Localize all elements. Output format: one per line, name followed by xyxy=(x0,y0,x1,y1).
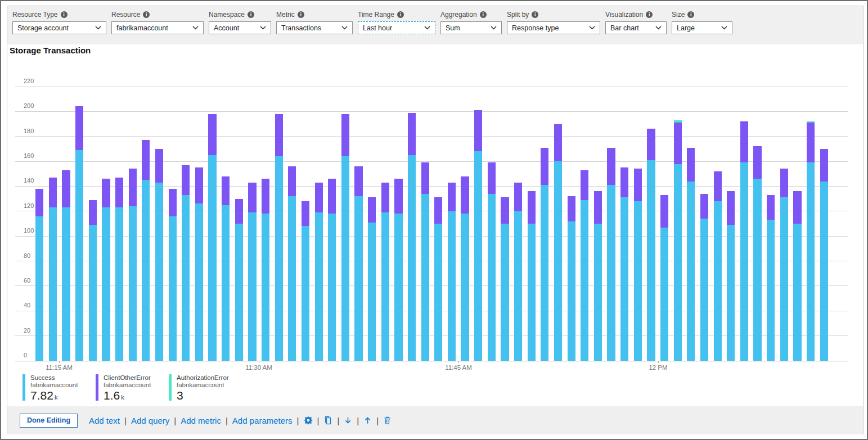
edit-action-bar: Done Editing Add text|Add query|Add metr… xyxy=(7,406,863,434)
chevron-down-icon xyxy=(424,26,430,30)
done-editing-button[interactable]: Done Editing xyxy=(20,414,78,428)
namespace-dropdown[interactable]: Account xyxy=(209,21,271,34)
dropdown-value: Storage account xyxy=(17,24,69,32)
separator: | xyxy=(226,416,228,425)
separator: | xyxy=(376,416,379,425)
legend-total-value: 3 xyxy=(177,389,229,402)
field-label: Metrici xyxy=(276,10,353,20)
chevron-down-icon xyxy=(260,26,266,30)
chevron-down-icon xyxy=(192,26,199,30)
legend-resource-name: fabrikamaccount xyxy=(30,382,78,389)
chevron-down-icon xyxy=(341,26,348,30)
move-up-icon[interactable] xyxy=(363,416,372,425)
field-metric: MetriciTransactions xyxy=(276,10,353,34)
field-resource-type: Resource TypeiStorage account xyxy=(12,10,106,34)
widget-frame xyxy=(7,6,863,434)
metric-toolbar: Resource TypeiStorage accountResourceifa… xyxy=(7,6,863,44)
field-label: Split byi xyxy=(507,10,600,20)
legend-series-name: AuthorizationError xyxy=(177,374,229,382)
separator: | xyxy=(124,416,127,425)
dropdown-value: Large xyxy=(677,24,695,32)
legend-total-value: 7.82k xyxy=(30,389,78,403)
separator: | xyxy=(317,416,320,425)
delete-icon[interactable] xyxy=(383,416,392,425)
info-icon[interactable]: i xyxy=(248,11,254,18)
split-by-dropdown[interactable]: Response type xyxy=(507,21,600,34)
field-label: Namespacei xyxy=(209,10,271,20)
field-aggregation: AggregationiSum xyxy=(440,10,502,34)
info-icon[interactable]: i xyxy=(687,11,694,18)
info-icon[interactable]: i xyxy=(61,11,68,18)
legend-resource-name: fabrikamaccount xyxy=(177,382,229,389)
visualization-dropdown[interactable]: Bar chart xyxy=(605,21,667,34)
field-label: Resourcei xyxy=(111,10,204,20)
resource-type-dropdown[interactable]: Storage account xyxy=(12,21,106,34)
legend-series-name: ClientOtherError xyxy=(104,374,151,382)
field-label: Time Rangei xyxy=(358,10,435,20)
info-icon[interactable]: i xyxy=(480,11,487,18)
separator: | xyxy=(297,416,299,425)
chevron-down-icon xyxy=(721,26,727,30)
settings-icon[interactable] xyxy=(304,416,313,425)
field-resource: Resourceifabrikamaccount xyxy=(111,10,204,34)
dropdown-value: Response type xyxy=(512,24,559,32)
legend-total-unit: k xyxy=(121,394,124,401)
field-label: Aggregationi xyxy=(440,10,502,20)
field-visualization: VisualizationiBar chart xyxy=(605,10,667,34)
field-namespace: NamespaceiAccount xyxy=(209,10,271,34)
legend-series-name: Success xyxy=(30,374,78,382)
add-text-link[interactable]: Add text xyxy=(89,416,120,425)
field-split-by: Split byiResponse type xyxy=(507,10,600,34)
add-parameters-link[interactable]: Add parameters xyxy=(232,416,293,425)
dropdown-value: Sum xyxy=(446,24,460,32)
field-label: Resource Typei xyxy=(12,10,106,20)
info-icon[interactable]: i xyxy=(397,11,404,18)
field-time-range: Time RangeiLast hour xyxy=(358,10,435,34)
time-range-dropdown[interactable]: Last hour xyxy=(358,21,435,34)
dropdown-value: Bar chart xyxy=(610,24,639,32)
info-icon[interactable]: i xyxy=(646,11,653,18)
separator: | xyxy=(174,416,176,425)
dropdown-value: Last hour xyxy=(363,24,392,32)
field-size: SizeiLarge xyxy=(672,10,732,34)
legend-resource-name: fabrikamaccount xyxy=(104,382,151,389)
legend-item-clientothererror: ClientOtherErrorfabrikamaccount1.6k xyxy=(96,374,169,403)
info-icon[interactable]: i xyxy=(532,11,538,18)
chevron-down-icon xyxy=(655,26,662,30)
move-down-icon[interactable] xyxy=(344,416,352,425)
separator: | xyxy=(357,416,359,425)
field-label: Visualizationi xyxy=(605,10,667,20)
legend-item-authorizationerror: AuthorizationErrorfabrikamaccount3 xyxy=(169,374,242,403)
chart-title: Storage Transaction xyxy=(10,46,91,55)
edit-links: Add text|Add query|Add metric|Add parame… xyxy=(89,416,392,425)
metric-dropdown[interactable]: Transactions xyxy=(276,21,353,34)
clone-icon[interactable] xyxy=(323,416,332,425)
resource-dropdown[interactable]: fabrikamaccount xyxy=(111,21,204,34)
legend-total-unit: k xyxy=(55,394,58,401)
metrics-editor-window: Resource TypeiStorage accountResourceifa… xyxy=(0,0,868,440)
info-icon[interactable]: i xyxy=(143,11,150,18)
dropdown-value: fabrikamaccount xyxy=(116,24,168,32)
aggregation-dropdown[interactable]: Sum xyxy=(440,21,502,34)
chart-legend: Successfabrikamaccount7.82kClientOtherEr… xyxy=(23,374,242,403)
chevron-down-icon xyxy=(589,26,595,30)
add-metric-link[interactable]: Add metric xyxy=(181,416,221,425)
dropdown-value: Account xyxy=(214,24,239,32)
info-icon[interactable]: i xyxy=(298,11,304,18)
chevron-down-icon xyxy=(95,26,101,30)
field-label: Sizei xyxy=(672,10,732,20)
separator: | xyxy=(337,416,339,425)
size-dropdown[interactable]: Large xyxy=(672,21,732,34)
chevron-down-icon xyxy=(491,26,497,30)
add-query-link[interactable]: Add query xyxy=(131,416,169,425)
legend-total-value: 1.6k xyxy=(104,389,151,403)
dropdown-value: Transactions xyxy=(281,24,321,32)
legend-item-success: Successfabrikamaccount7.82k xyxy=(23,374,96,403)
